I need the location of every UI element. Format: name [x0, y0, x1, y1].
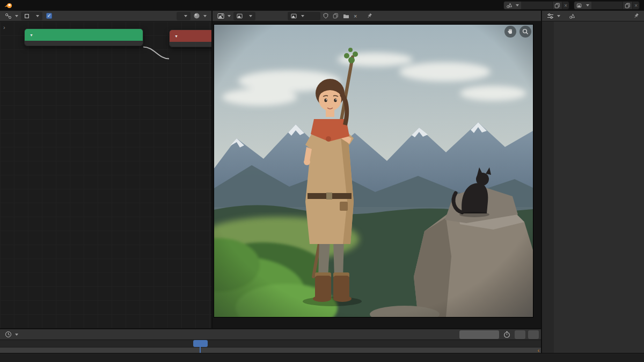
use-nodes-checkbox[interactable]: ✓: [46, 13, 52, 19]
status-bar: [0, 353, 644, 362]
editor-type-image-icon[interactable]: [216, 13, 232, 19]
close-image-icon[interactable]: ×: [352, 13, 358, 19]
topbar-right: × ×: [503, 1, 640, 10]
image-editor: ×: [213, 11, 541, 328]
timeline: ‹: [0, 328, 541, 353]
chevron-down-icon: [516, 4, 519, 6]
zoom-magnifier-icon[interactable]: [519, 26, 531, 38]
slot-dropdown[interactable]: [177, 12, 191, 20]
topbar: × ×: [0, 0, 644, 11]
material-output-node[interactable]: ▼: [169, 29, 211, 47]
chevron-down-icon: [228, 15, 231, 17]
region-collapse-icon[interactable]: ‹: [538, 348, 539, 353]
node-wire: [0, 21, 211, 328]
frame-start-field[interactable]: [515, 330, 525, 339]
timeline-header: [0, 329, 541, 340]
image-view-mode-dropdown[interactable]: [233, 12, 255, 20]
chevron-down-icon: [301, 15, 304, 17]
render-image: [214, 25, 533, 317]
frame-end-field[interactable]: [528, 330, 539, 339]
pin-icon[interactable]: [365, 13, 374, 19]
principled-bsdf-node[interactable]: ▼: [24, 28, 143, 46]
view-layer-selector[interactable]: ×: [574, 1, 640, 10]
timeline-ruler-area[interactable]: ‹: [0, 340, 541, 353]
principled-bsdf-node-header[interactable]: ▼: [25, 29, 143, 41]
image-datablock-selector[interactable]: [288, 12, 320, 20]
chevron-down-icon: [15, 334, 18, 336]
properties-editor: [541, 11, 644, 353]
frame-ruler[interactable]: [0, 340, 541, 347]
open-image-folder-icon[interactable]: [341, 13, 351, 19]
unlink-scene-icon[interactable]: ×: [562, 2, 569, 9]
chevron-down-icon: [249, 15, 252, 17]
chevron-down-icon: [203, 15, 207, 17]
current-frame-badge[interactable]: [193, 340, 208, 347]
current-frame-field[interactable]: [459, 330, 499, 339]
editor-type-properties-icon[interactable]: [545, 13, 562, 19]
chevron-down-icon: [36, 15, 39, 17]
collapse-triangle-icon[interactable]: ▼: [174, 34, 178, 38]
new-image-icon[interactable]: [331, 13, 340, 19]
browse-material-icon[interactable]: [192, 12, 208, 19]
fake-user-shield-icon[interactable]: [321, 13, 330, 19]
timeline-track[interactable]: [0, 347, 541, 353]
pan-hand-icon[interactable]: [504, 26, 516, 38]
scene-selector[interactable]: ×: [503, 1, 569, 10]
breadcrumb-scene-icon: [567, 13, 577, 19]
main-area: ✓ ›: [0, 11, 644, 353]
node-editor-header: ✓: [0, 11, 211, 21]
editor-type-timeline-icon[interactable]: [3, 331, 20, 338]
image-canvas[interactable]: [213, 21, 541, 328]
use-nodes-toggle[interactable]: ✓: [45, 13, 56, 19]
remove-view-layer-icon[interactable]: ×: [632, 2, 639, 9]
properties-tab-column: [542, 21, 554, 353]
blender-logo-icon[interactable]: [4, 2, 13, 9]
image-editor-header: ×: [213, 11, 541, 21]
current-frame-line[interactable]: [200, 346, 201, 353]
viewport-overlay-buttons: [504, 26, 531, 38]
chevron-down-icon: [586, 4, 589, 6]
left-editors: ✓ ›: [0, 11, 541, 353]
material-output-node-header[interactable]: ▼: [170, 30, 211, 42]
stopwatch-icon[interactable]: [502, 331, 512, 338]
properties-header: [542, 11, 644, 21]
render-result-image: [214, 25, 533, 317]
timeline-frame-controls: [459, 330, 539, 339]
collapse-triangle-icon[interactable]: ▼: [30, 33, 33, 37]
node-canvas[interactable]: › ▼ ▼: [0, 21, 211, 328]
chevron-down-icon: [15, 15, 18, 17]
shader-node-editor: ✓ ›: [0, 11, 213, 328]
shader-type-dropdown[interactable]: [21, 12, 42, 20]
scene-icon[interactable]: [504, 2, 521, 9]
new-scene-icon[interactable]: [552, 2, 562, 9]
pin-icon[interactable]: [632, 13, 641, 19]
blender-window: × ×: [0, 0, 644, 362]
chevron-down-icon: [557, 15, 560, 17]
view-layer-icon[interactable]: [574, 2, 591, 9]
new-view-layer-icon[interactable]: [623, 2, 632, 9]
chevron-down-icon: [184, 15, 187, 17]
properties-content: [554, 21, 644, 353]
editor-type-node-icon[interactable]: [3, 13, 20, 19]
